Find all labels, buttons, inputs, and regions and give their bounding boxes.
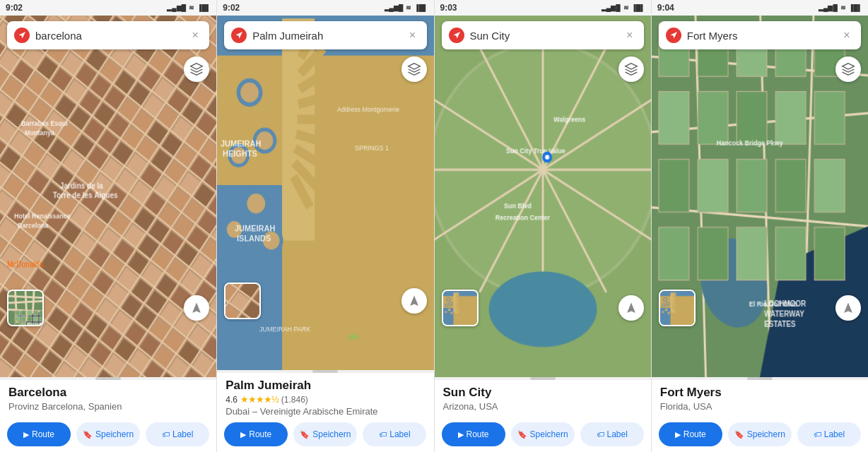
speichern-button[interactable]: 🔖Speichern [511, 422, 575, 446]
btn-label: Label [607, 429, 628, 439]
btn-icon: 🏷 [814, 430, 821, 439]
label-button[interactable]: 🏷Label [580, 422, 644, 446]
action-buttons: ▶Route🔖Speichern🏷Label [435, 422, 651, 452]
action-buttons: ▶Route🔖Speichern🏷Label [0, 422, 216, 452]
search-bar-palm_jumeirah[interactable]: Palm Jumeirah × [224, 21, 426, 49]
wifi-icon: ≋ [406, 4, 411, 11]
btn-label: Speichern [530, 429, 568, 439]
map-palm_jumeirah[interactable]: 9:02 ▂▄▆█ ≋ ▐█▌ Palm Jumeirah × [217, 0, 433, 370]
panel-sun_city: 9:03 ▂▄▆█ ≋ ▐█▌ Sun City × Sun CityArizo… [435, 0, 652, 452]
map-thumbnail[interactable] [659, 290, 696, 326]
panel-palm_jumeirah: 9:02 ▂▄▆█ ≋ ▐█▌ Palm Jumeirah × Palm Jum… [217, 0, 434, 452]
signal-icon: ▂▄▆█ [819, 4, 838, 11]
signal-icon: ▂▄▆█ [167, 4, 186, 11]
clear-search-button[interactable]: × [840, 28, 854, 42]
label-button[interactable]: 🏷Label [146, 422, 209, 446]
place-name: Barcelona [8, 386, 208, 400]
location-badge [14, 28, 30, 43]
rating-count: (1.846) [281, 395, 308, 405]
status-icons: ▂▄▆█ ≋ ▐█▌ [167, 4, 211, 11]
place-name: Fort Myers [660, 386, 860, 400]
btn-icon: ▶ [240, 430, 246, 439]
search-query: Fort Myers [687, 30, 840, 42]
rating-value: 4.6 [225, 395, 237, 405]
status-bar-sun_city: 9:03 ▂▄▆█ ≋ ▐█▌ [435, 0, 651, 16]
btn-label: Label [389, 429, 410, 439]
status-time: 9:04 [657, 3, 674, 13]
speichern-button[interactable]: 🔖Speichern [76, 422, 140, 446]
layers-button[interactable] [618, 56, 644, 82]
navigate-button[interactable] [835, 295, 861, 321]
speichern-button[interactable]: 🔖Speichern [728, 422, 792, 446]
location-badge [666, 28, 681, 43]
btn-icon: 🏷 [162, 430, 170, 439]
signal-icon: ▂▄▆█ [602, 4, 621, 11]
btn-label: Route [249, 429, 271, 439]
place-name: Palm Jumeirah [225, 379, 425, 393]
label-button[interactable]: 🏷Label [797, 422, 861, 446]
place-sub: Florida, USA [660, 401, 860, 412]
map-thumbnail[interactable] [442, 290, 479, 326]
battery-icon: ▐█▌ [632, 4, 645, 11]
btn-label: Speichern [95, 429, 134, 439]
wifi-icon: ≋ [189, 4, 194, 11]
btn-icon: 🏷 [379, 430, 387, 439]
map-thumbnail[interactable] [224, 282, 261, 319]
route-button[interactable]: ▶Route [224, 422, 288, 446]
map-thumbnail[interactable] [7, 290, 44, 326]
navigate-button[interactable] [618, 295, 644, 321]
route-button[interactable]: ▶Route [7, 422, 71, 446]
btn-label: Label [824, 429, 845, 439]
status-bar-fort_myers: 9:04 ▂▄▆█ ≋ ▐█▌ [652, 0, 868, 16]
place-sub: Provinz Barcelona, Spanien [8, 401, 208, 412]
search-query: barcelona [35, 30, 188, 42]
status-time: 9:02 [6, 3, 23, 13]
map-barcelona[interactable]: 9:02 ▂▄▆█ ≋ ▐█▌ barcelona × [0, 0, 216, 377]
panel-info-palm_jumeirah: Palm Jumeirah 4.6 ★★★★½ (1.846) Dubai – … [217, 373, 433, 422]
battery-icon: ▐█▌ [414, 4, 428, 11]
search-bar-fort_myers[interactable]: Fort Myers × [659, 21, 861, 49]
panels-container: 9:02 ▂▄▆█ ≋ ▐█▌ barcelona × BarcelonaPro… [0, 0, 868, 452]
layers-button[interactable] [835, 56, 861, 82]
btn-icon: ▶ [23, 430, 29, 439]
layers-button[interactable] [184, 56, 209, 82]
panel-info-barcelona: BarcelonaProvinz Barcelona, Spanien [0, 380, 216, 422]
btn-label: Label [172, 429, 193, 439]
location-badge [231, 28, 247, 43]
search-bar-barcelona[interactable]: barcelona × [7, 21, 209, 49]
layers-button[interactable] [401, 56, 427, 82]
navigate-button[interactable] [184, 295, 209, 321]
speichern-button[interactable]: 🔖Speichern [293, 422, 357, 446]
panel-info-fort_myers: Fort MyersFlorida, USA [652, 380, 868, 422]
wifi-icon: ≋ [623, 4, 629, 11]
btn-label: Speichern [312, 429, 351, 439]
status-icons: ▂▄▆█ ≋ ▐█▌ [602, 4, 645, 11]
btn-icon: 🏷 [597, 430, 604, 439]
action-buttons: ▶Route🔖Speichern🏷Label [217, 422, 433, 452]
battery-icon: ▐█▌ [849, 4, 862, 11]
status-icons: ▂▄▆█ ≋ ▐█▌ [385, 4, 428, 11]
btn-icon: 🔖 [83, 430, 93, 439]
status-icons: ▂▄▆█ ≋ ▐█▌ [819, 4, 862, 11]
panel-fort_myers: 9:04 ▂▄▆█ ≋ ▐█▌ Fort Myers × Fort MyersF… [652, 0, 868, 452]
clear-search-button[interactable]: × [623, 28, 637, 42]
route-button[interactable]: ▶Route [442, 422, 505, 446]
place-name: Sun City [443, 386, 643, 400]
status-bar-palm_jumeirah: 9:02 ▂▄▆█ ≋ ▐█▌ [217, 0, 433, 16]
navigate-button[interactable] [401, 288, 427, 314]
clear-search-button[interactable]: × [188, 28, 202, 42]
search-bar-sun_city[interactable]: Sun City × [442, 21, 644, 49]
search-query: Sun City [470, 30, 623, 42]
signal-icon: ▂▄▆█ [385, 4, 404, 11]
place-sub: Arizona, USA [443, 401, 643, 412]
place-sub: Dubai – Vereinigte Arabische Emirate [225, 406, 425, 417]
map-fort_myers[interactable]: 9:04 ▂▄▆█ ≋ ▐█▌ Fort Myers × [652, 0, 868, 377]
btn-label: Route [32, 429, 54, 439]
map-sun_city[interactable]: 9:03 ▂▄▆█ ≋ ▐█▌ Sun City × [435, 0, 651, 377]
search-query: Palm Jumeirah [252, 30, 405, 42]
btn-icon: 🔖 [517, 430, 527, 439]
clear-search-button[interactable]: × [406, 28, 420, 42]
status-time: 9:03 [440, 3, 457, 13]
label-button[interactable]: 🏷Label [363, 422, 426, 446]
route-button[interactable]: ▶Route [659, 422, 722, 446]
